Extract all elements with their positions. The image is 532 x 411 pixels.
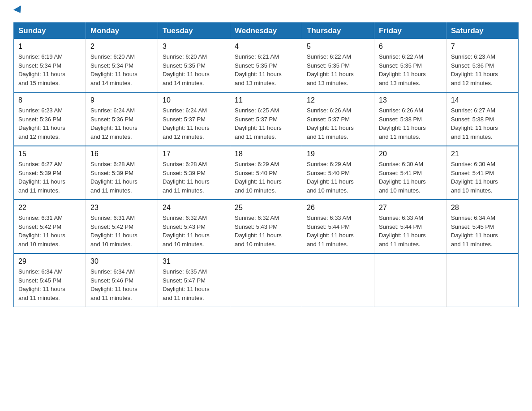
- day-number: 20: [379, 150, 442, 158]
- day-header-friday: Friday: [374, 23, 446, 39]
- calendar-cell: 7Sunrise: 6:23 AMSunset: 5:36 PMDaylight…: [446, 39, 519, 92]
- day-number: 19: [307, 150, 369, 158]
- day-number: 25: [235, 204, 297, 212]
- calendar-cell: 30Sunrise: 6:34 AMSunset: 5:46 PMDayligh…: [86, 253, 158, 307]
- day-info: Sunrise: 6:24 AMSunset: 5:37 PMDaylight:…: [163, 106, 225, 141]
- calendar-cell: 17Sunrise: 6:28 AMSunset: 5:39 PMDayligh…: [158, 146, 230, 200]
- day-number: 5: [307, 43, 369, 51]
- page-header: [13, 9, 519, 15]
- calendar-cell: 22Sunrise: 6:31 AMSunset: 5:42 PMDayligh…: [14, 200, 86, 253]
- calendar-cell: 15Sunrise: 6:27 AMSunset: 5:39 PMDayligh…: [14, 146, 86, 200]
- day-number: 6: [379, 43, 442, 51]
- day-number: 28: [451, 204, 514, 212]
- calendar-cell: [302, 253, 374, 307]
- calendar-cell: 3Sunrise: 6:20 AMSunset: 5:35 PMDaylight…: [158, 39, 230, 92]
- day-info: Sunrise: 6:33 AMSunset: 5:44 PMDaylight:…: [307, 214, 369, 248]
- calendar-cell: 5Sunrise: 6:22 AMSunset: 5:35 PMDaylight…: [302, 39, 374, 92]
- day-info: Sunrise: 6:31 AMSunset: 5:42 PMDaylight:…: [90, 214, 153, 248]
- day-info: Sunrise: 6:34 AMSunset: 5:45 PMDaylight:…: [451, 214, 514, 248]
- day-info: Sunrise: 6:22 AMSunset: 5:35 PMDaylight:…: [307, 52, 369, 87]
- logo-triangle-icon: [13, 5, 24, 15]
- calendar-cell: 11Sunrise: 6:25 AMSunset: 5:37 PMDayligh…: [230, 92, 302, 146]
- day-number: 1: [18, 43, 81, 51]
- calendar-week-row: 22Sunrise: 6:31 AMSunset: 5:42 PMDayligh…: [14, 200, 519, 253]
- day-info: Sunrise: 6:34 AMSunset: 5:46 PMDaylight:…: [90, 267, 153, 302]
- day-info: Sunrise: 6:26 AMSunset: 5:38 PMDaylight:…: [379, 106, 442, 141]
- day-number: 15: [18, 150, 81, 158]
- day-number: 3: [163, 43, 225, 51]
- day-number: 29: [18, 257, 81, 265]
- calendar-cell: 9Sunrise: 6:24 AMSunset: 5:36 PMDaylight…: [86, 92, 158, 146]
- calendar-week-row: 29Sunrise: 6:34 AMSunset: 5:45 PMDayligh…: [14, 253, 519, 307]
- day-number: 17: [163, 150, 225, 158]
- calendar-cell: 6Sunrise: 6:22 AMSunset: 5:35 PMDaylight…: [374, 39, 446, 92]
- calendar-week-row: 8Sunrise: 6:23 AMSunset: 5:36 PMDaylight…: [14, 92, 519, 146]
- day-info: Sunrise: 6:32 AMSunset: 5:43 PMDaylight:…: [163, 214, 225, 248]
- day-number: 2: [90, 43, 153, 51]
- calendar-cell: 4Sunrise: 6:21 AMSunset: 5:35 PMDaylight…: [230, 39, 302, 92]
- day-info: Sunrise: 6:31 AMSunset: 5:42 PMDaylight:…: [18, 214, 81, 248]
- day-info: Sunrise: 6:23 AMSunset: 5:36 PMDaylight:…: [18, 106, 81, 141]
- calendar-week-row: 15Sunrise: 6:27 AMSunset: 5:39 PMDayligh…: [14, 146, 519, 200]
- day-number: 11: [235, 96, 297, 104]
- calendar-week-row: 1Sunrise: 6:19 AMSunset: 5:34 PMDaylight…: [14, 39, 519, 92]
- day-number: 8: [18, 96, 81, 104]
- calendar-cell: 23Sunrise: 6:31 AMSunset: 5:42 PMDayligh…: [86, 200, 158, 253]
- day-info: Sunrise: 6:35 AMSunset: 5:47 PMDaylight:…: [163, 267, 225, 302]
- calendar-cell: 28Sunrise: 6:34 AMSunset: 5:45 PMDayligh…: [446, 200, 519, 253]
- calendar-cell: [230, 253, 302, 307]
- day-info: Sunrise: 6:34 AMSunset: 5:45 PMDaylight:…: [18, 267, 81, 302]
- day-info: Sunrise: 6:30 AMSunset: 5:41 PMDaylight:…: [451, 160, 514, 195]
- day-info: Sunrise: 6:28 AMSunset: 5:39 PMDaylight:…: [163, 160, 225, 195]
- calendar-cell: 2Sunrise: 6:20 AMSunset: 5:34 PMDaylight…: [86, 39, 158, 92]
- day-number: 10: [163, 96, 225, 104]
- day-info: Sunrise: 6:19 AMSunset: 5:34 PMDaylight:…: [18, 52, 81, 87]
- day-header-tuesday: Tuesday: [158, 23, 230, 39]
- calendar-cell: 18Sunrise: 6:29 AMSunset: 5:40 PMDayligh…: [230, 146, 302, 200]
- day-header-thursday: Thursday: [302, 23, 374, 39]
- calendar-cell: 29Sunrise: 6:34 AMSunset: 5:45 PMDayligh…: [14, 253, 86, 307]
- calendar-cell: 8Sunrise: 6:23 AMSunset: 5:36 PMDaylight…: [14, 92, 86, 146]
- day-number: 22: [18, 204, 81, 212]
- day-info: Sunrise: 6:22 AMSunset: 5:35 PMDaylight:…: [379, 52, 442, 87]
- calendar-cell: [374, 253, 446, 307]
- day-number: 9: [90, 96, 153, 104]
- day-info: Sunrise: 6:25 AMSunset: 5:37 PMDaylight:…: [235, 106, 297, 141]
- day-header-wednesday: Wednesday: [230, 23, 302, 39]
- day-number: 13: [379, 96, 442, 104]
- calendar-cell: 13Sunrise: 6:26 AMSunset: 5:38 PMDayligh…: [374, 92, 446, 146]
- calendar-cell: 12Sunrise: 6:26 AMSunset: 5:37 PMDayligh…: [302, 92, 374, 146]
- day-info: Sunrise: 6:29 AMSunset: 5:40 PMDaylight:…: [235, 160, 297, 195]
- day-number: 7: [451, 43, 514, 51]
- day-info: Sunrise: 6:20 AMSunset: 5:35 PMDaylight:…: [163, 52, 225, 87]
- calendar-cell: 16Sunrise: 6:28 AMSunset: 5:39 PMDayligh…: [86, 146, 158, 200]
- calendar-cell: 26Sunrise: 6:33 AMSunset: 5:44 PMDayligh…: [302, 200, 374, 253]
- day-info: Sunrise: 6:23 AMSunset: 5:36 PMDaylight:…: [451, 52, 514, 87]
- calendar-cell: [446, 253, 519, 307]
- day-number: 12: [307, 96, 369, 104]
- calendar-cell: 24Sunrise: 6:32 AMSunset: 5:43 PMDayligh…: [158, 200, 230, 253]
- day-info: Sunrise: 6:32 AMSunset: 5:43 PMDaylight:…: [235, 214, 297, 248]
- day-info: Sunrise: 6:27 AMSunset: 5:39 PMDaylight:…: [18, 160, 81, 195]
- calendar-cell: 19Sunrise: 6:29 AMSunset: 5:40 PMDayligh…: [302, 146, 374, 200]
- day-number: 23: [90, 204, 153, 212]
- day-header-monday: Monday: [86, 23, 158, 39]
- calendar-cell: 21Sunrise: 6:30 AMSunset: 5:41 PMDayligh…: [446, 146, 519, 200]
- day-info: Sunrise: 6:24 AMSunset: 5:36 PMDaylight:…: [90, 106, 153, 141]
- day-number: 16: [90, 150, 153, 158]
- calendar-cell: 25Sunrise: 6:32 AMSunset: 5:43 PMDayligh…: [230, 200, 302, 253]
- calendar-cell: 31Sunrise: 6:35 AMSunset: 5:47 PMDayligh…: [158, 253, 230, 307]
- calendar-cell: 10Sunrise: 6:24 AMSunset: 5:37 PMDayligh…: [158, 92, 230, 146]
- day-info: Sunrise: 6:27 AMSunset: 5:38 PMDaylight:…: [451, 106, 514, 141]
- day-number: 30: [90, 257, 153, 265]
- calendar-table: SundayMondayTuesdayWednesdayThursdayFrid…: [13, 22, 519, 307]
- day-number: 21: [451, 150, 514, 158]
- day-header-sunday: Sunday: [14, 23, 86, 39]
- day-info: Sunrise: 6:21 AMSunset: 5:35 PMDaylight:…: [235, 52, 297, 87]
- calendar-cell: 20Sunrise: 6:30 AMSunset: 5:41 PMDayligh…: [374, 146, 446, 200]
- calendar-cell: 1Sunrise: 6:19 AMSunset: 5:34 PMDaylight…: [14, 39, 86, 92]
- day-info: Sunrise: 6:28 AMSunset: 5:39 PMDaylight:…: [90, 160, 153, 195]
- day-number: 18: [235, 150, 297, 158]
- day-info: Sunrise: 6:33 AMSunset: 5:44 PMDaylight:…: [379, 214, 442, 248]
- logo: [13, 9, 23, 15]
